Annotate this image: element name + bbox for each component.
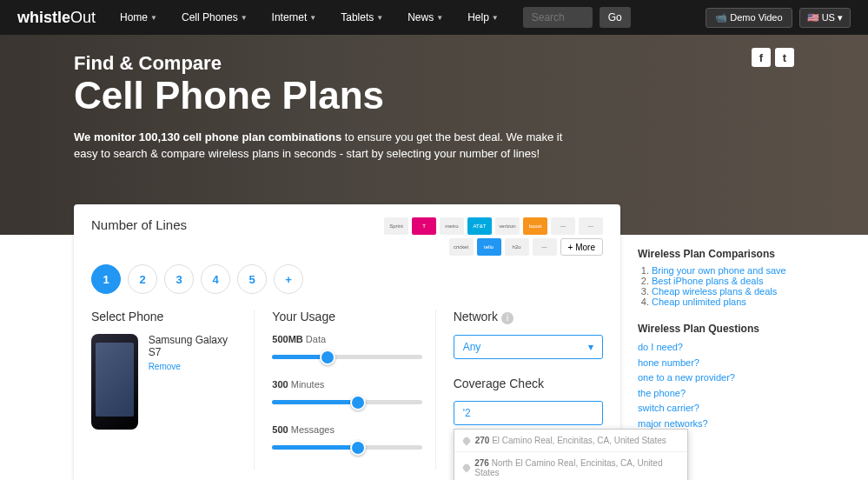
questions-heading: Wireless Plan Questions bbox=[638, 323, 794, 335]
carrier-logo[interactable]: h2o bbox=[505, 238, 529, 256]
carrier-logo[interactable]: tello bbox=[477, 238, 501, 256]
remove-phone-link[interactable]: Remove bbox=[149, 362, 242, 371]
info-icon[interactable]: i bbox=[501, 312, 514, 324]
sidebar-link[interactable]: do I need? bbox=[638, 342, 683, 352]
suggestion-item[interactable]: 276 North El Camino Real, Encinitas, CA,… bbox=[454, 452, 687, 480]
pin-icon bbox=[461, 436, 471, 445]
carrier-logo[interactable]: T bbox=[412, 217, 436, 235]
select-phone-title: Select Phone bbox=[91, 310, 241, 323]
sidebar-link[interactable]: major networks? bbox=[638, 418, 708, 429]
suggestion-item[interactable]: 270 El Camino Real, Encinitas, CA, Unite… bbox=[454, 430, 687, 452]
coverage-title: Coverage Check bbox=[454, 377, 603, 390]
lines-5[interactable]: 5 bbox=[237, 264, 267, 294]
nav-help[interactable]: Help▼ bbox=[459, 11, 507, 23]
carrier-logo[interactable]: verizon bbox=[495, 217, 520, 235]
usage-title: Your Usage bbox=[272, 310, 421, 323]
facebook-icon[interactable]: f bbox=[752, 48, 771, 67]
lines-2[interactable]: 2 bbox=[128, 264, 157, 294]
lines-4[interactable]: 4 bbox=[201, 264, 230, 294]
go-button[interactable]: Go bbox=[600, 7, 631, 28]
twitter-icon[interactable]: t bbox=[775, 48, 794, 67]
pin-icon bbox=[461, 463, 471, 472]
nav-news[interactable]: News▼ bbox=[399, 11, 452, 23]
search-input[interactable] bbox=[523, 7, 593, 28]
carrier-logos: Sprint T metro AT&T verizon boost — — cr… bbox=[360, 217, 603, 256]
lines-1[interactable]: 1 bbox=[91, 264, 121, 294]
sidebar-link[interactable]: switch carrier? bbox=[638, 403, 699, 413]
data-slider[interactable] bbox=[272, 344, 421, 370]
hero-title: Cell Phone Plans bbox=[74, 75, 794, 117]
locale-button[interactable]: 🇺🇸 US ▾ bbox=[799, 8, 851, 28]
carrier-logo[interactable]: metro bbox=[440, 217, 464, 235]
data-label: 500MB Data bbox=[272, 334, 421, 344]
search-card: Number of Lines Sprint T metro AT&T veri… bbox=[74, 204, 620, 480]
chevron-down-icon: ▾ bbox=[588, 341, 593, 353]
sidebar-link[interactable]: one to a new provider? bbox=[638, 372, 735, 383]
sidebar-link[interactable]: Bring your own phone and save bbox=[652, 265, 786, 276]
sidebar-link[interactable]: hone number? bbox=[638, 357, 699, 368]
nav-cellphones[interactable]: Cell Phones▼ bbox=[173, 11, 256, 23]
hero-subtitle: Find & Compare bbox=[74, 52, 794, 75]
carrier-logo[interactable]: Sprint bbox=[384, 217, 408, 235]
carrier-logo[interactable]: boost bbox=[523, 217, 547, 235]
phone-image[interactable] bbox=[91, 334, 138, 430]
logo[interactable]: whistleOut bbox=[17, 9, 96, 27]
coverage-input[interactable] bbox=[454, 401, 603, 425]
more-carriers-button[interactable]: + More bbox=[560, 238, 603, 256]
messages-slider[interactable] bbox=[272, 435, 421, 461]
comparisons-heading: Wireless Plan Comparisons bbox=[638, 248, 794, 260]
network-title: Networki bbox=[454, 310, 603, 324]
minutes-slider[interactable] bbox=[272, 390, 421, 416]
minutes-label: 300 Minutes bbox=[272, 379, 421, 390]
demo-button[interactable]: 📹 Demo Video bbox=[706, 8, 792, 28]
lines-label: Number of Lines bbox=[91, 217, 187, 256]
sidebar-link[interactable]: the phone? bbox=[638, 388, 686, 398]
carrier-logo[interactable]: — bbox=[533, 238, 557, 256]
phone-name: Samsung Galaxy S7 bbox=[149, 334, 242, 358]
carrier-logo[interactable]: — bbox=[579, 217, 603, 235]
navbar: whistleOut Home▼ Cell Phones▼ Internet▼ … bbox=[0, 0, 868, 35]
nav-internet[interactable]: Internet▼ bbox=[263, 11, 326, 23]
nav-home[interactable]: Home▼ bbox=[111, 11, 166, 23]
lines-3[interactable]: 3 bbox=[164, 264, 194, 294]
carrier-logo[interactable]: cricket bbox=[449, 238, 474, 256]
carrier-logo[interactable]: — bbox=[551, 217, 575, 235]
network-select[interactable]: Any▾ bbox=[454, 335, 603, 359]
hero-description: We monitor 100,130 cell phone plan combi… bbox=[74, 130, 578, 161]
carrier-logo[interactable]: AT&T bbox=[467, 217, 492, 235]
sidebar-link[interactable]: Best iPhone plans & deals bbox=[652, 276, 763, 286]
lines-plus[interactable]: + bbox=[274, 264, 303, 294]
sidebar-link[interactable]: Cheap wireless plans & deals bbox=[652, 286, 777, 297]
coverage-dropdown: 270 El Camino Real, Encinitas, CA, Unite… bbox=[454, 429, 688, 480]
nav-tablets[interactable]: Tablets▼ bbox=[332, 11, 392, 23]
messages-label: 500 Messages bbox=[272, 424, 421, 435]
sidebar-link[interactable]: Cheap unlimited plans bbox=[652, 297, 746, 307]
